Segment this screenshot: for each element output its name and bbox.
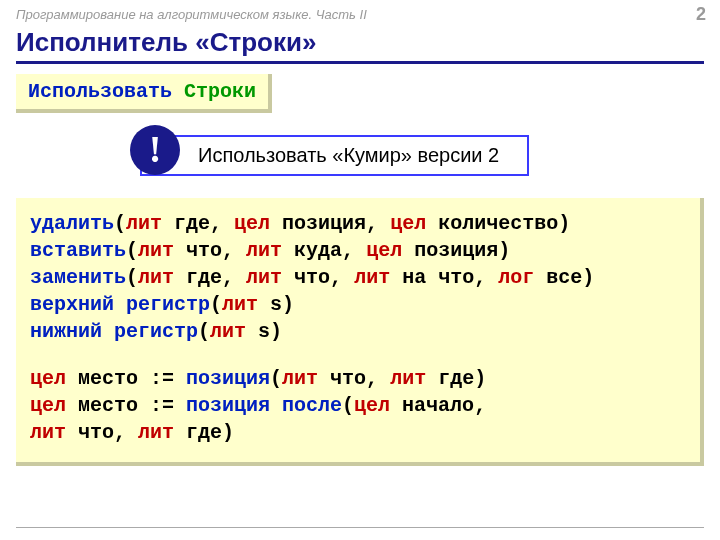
use-statement: Использовать Строки	[16, 74, 272, 113]
code-line: удалить(лит где, цел позиция, цел количе…	[30, 212, 686, 235]
use-keyword: Использовать	[28, 80, 184, 103]
code-line: верхний регистр(лит s)	[30, 293, 686, 316]
code-line: вставить(лит что, лит куда, цел позиция)	[30, 239, 686, 262]
code-line: цел место := позиция(лит что, лит где)	[30, 367, 686, 390]
use-module: Строки	[184, 80, 256, 103]
callout: ! Использовать «Кумир» версии 2	[140, 135, 720, 176]
callout-text: Использовать «Кумир» версии 2	[140, 135, 529, 176]
page-number: 2	[696, 4, 706, 25]
code-line: цел место := позиция после(цел начало,	[30, 394, 686, 417]
code-line: заменить(лит где, лит что, лит на что, л…	[30, 266, 686, 289]
code-line: нижний регистр(лит s)	[30, 320, 686, 343]
code-line: лит что, лит где)	[30, 421, 686, 444]
slide-title: Исполнитель «Строки»	[16, 27, 704, 64]
slide-header: Программирование на алгоритмическом язык…	[0, 0, 720, 25]
course-subtitle: Программирование на алгоритмическом язык…	[16, 7, 367, 22]
exclamation-icon: !	[130, 125, 180, 175]
code-block: удалить(лит где, цел позиция, цел количе…	[16, 198, 704, 466]
footer-divider	[16, 527, 704, 528]
